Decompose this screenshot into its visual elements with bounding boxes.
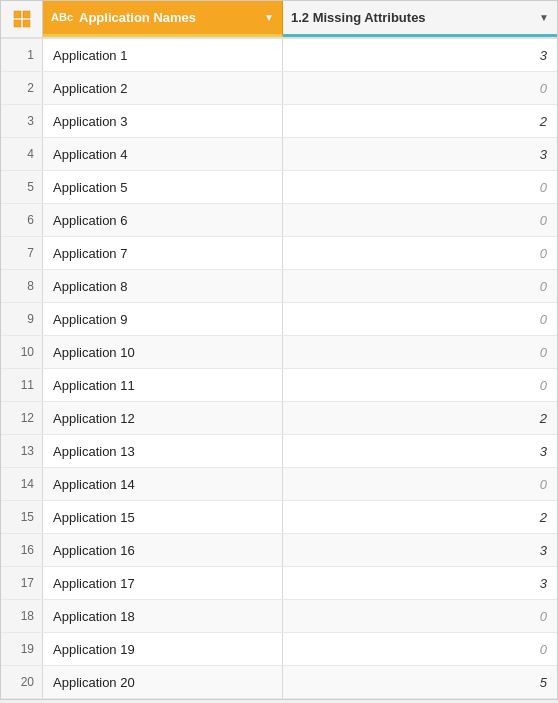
table-row: 6Application 60 [1,204,557,237]
row-number: 1 [1,39,43,71]
table-body: 1Application 132Application 203Applicati… [1,39,557,699]
application-name-cell: Application 9 [43,303,283,335]
application-name-cell: Application 20 [43,666,283,698]
missing-attributes-cell: 3 [283,435,557,467]
missing-attributes-cell: 0 [283,369,557,401]
row-num-header [1,1,43,37]
missing-attributes-cell: 0 [283,303,557,335]
grid-icon [12,9,32,29]
row-number: 14 [1,468,43,500]
table-row: 10Application 100 [1,336,557,369]
application-name-cell: Application 10 [43,336,283,368]
row-number: 11 [1,369,43,401]
data-table: ABc Application Names ▼ 1.2 Missing Attr… [0,0,558,700]
row-number: 12 [1,402,43,434]
missing-attributes-cell: 0 [283,270,557,302]
table-row: 1Application 13 [1,39,557,72]
application-name-cell: Application 17 [43,567,283,599]
application-name-cell: Application 6 [43,204,283,236]
application-name-cell: Application 8 [43,270,283,302]
table-row: 3Application 32 [1,105,557,138]
missing-attributes-cell: 2 [283,402,557,434]
row-number: 9 [1,303,43,335]
table-header: ABc Application Names ▼ 1.2 Missing Attr… [1,1,557,39]
missing-attributes-label: 1.2 Missing Attributes [291,10,535,25]
row-number: 16 [1,534,43,566]
missing-attributes-cell: 3 [283,567,557,599]
application-name-cell: Application 3 [43,105,283,137]
application-name-cell: Application 15 [43,501,283,533]
application-name-cell: Application 11 [43,369,283,401]
application-name-cell: Application 5 [43,171,283,203]
row-number: 2 [1,72,43,104]
table-row: 12Application 122 [1,402,557,435]
application-name-cell: Application 19 [43,633,283,665]
svg-rect-2 [14,20,21,27]
app-names-label: Application Names [79,10,258,25]
table-row: 20Application 205 [1,666,557,699]
row-number: 15 [1,501,43,533]
row-number: 18 [1,600,43,632]
table-row: 5Application 50 [1,171,557,204]
application-name-cell: Application 12 [43,402,283,434]
table-row: 18Application 180 [1,600,557,633]
table-row: 14Application 140 [1,468,557,501]
table-row: 7Application 70 [1,237,557,270]
table-row: 19Application 190 [1,633,557,666]
app-names-dropdown-icon[interactable]: ▼ [264,12,274,23]
row-number: 5 [1,171,43,203]
application-name-cell: Application 2 [43,72,283,104]
row-number: 10 [1,336,43,368]
missing-attributes-cell: 0 [283,336,557,368]
missing-attributes-cell: 0 [283,600,557,632]
table-row: 13Application 133 [1,435,557,468]
missing-attributes-column-header[interactable]: 1.2 Missing Attributes ▼ [283,1,557,37]
table-row: 15Application 152 [1,501,557,534]
application-name-cell: Application 1 [43,39,283,71]
svg-rect-3 [23,20,30,27]
row-number: 19 [1,633,43,665]
row-number: 6 [1,204,43,236]
missing-attributes-cell: 0 [283,468,557,500]
missing-attributes-cell: 2 [283,501,557,533]
row-number: 3 [1,105,43,137]
table-row: 2Application 20 [1,72,557,105]
missing-attributes-cell: 0 [283,72,557,104]
missing-attributes-cell: 3 [283,138,557,170]
abc-icon: ABc [51,12,73,23]
row-number: 13 [1,435,43,467]
svg-rect-1 [23,11,30,18]
application-name-cell: Application 14 [43,468,283,500]
table-row: 8Application 80 [1,270,557,303]
missing-attributes-dropdown-icon[interactable]: ▼ [539,12,549,23]
missing-attributes-cell: 2 [283,105,557,137]
table-row: 4Application 43 [1,138,557,171]
missing-attributes-cell: 5 [283,666,557,698]
row-number: 8 [1,270,43,302]
missing-attributes-cell: 0 [283,237,557,269]
row-number: 7 [1,237,43,269]
application-name-cell: Application 7 [43,237,283,269]
table-row: 16Application 163 [1,534,557,567]
row-number: 4 [1,138,43,170]
missing-attributes-cell: 3 [283,534,557,566]
table-row: 9Application 90 [1,303,557,336]
app-names-column-header[interactable]: ABc Application Names ▼ [43,1,283,37]
application-name-cell: Application 4 [43,138,283,170]
application-name-cell: Application 18 [43,600,283,632]
application-name-cell: Application 13 [43,435,283,467]
table-row: 17Application 173 [1,567,557,600]
svg-rect-0 [14,11,21,18]
table-row: 11Application 110 [1,369,557,402]
row-number: 17 [1,567,43,599]
row-number: 20 [1,666,43,698]
missing-attributes-cell: 0 [283,204,557,236]
missing-attributes-cell: 0 [283,633,557,665]
missing-attributes-cell: 0 [283,171,557,203]
missing-attributes-cell: 3 [283,39,557,71]
application-name-cell: Application 16 [43,534,283,566]
